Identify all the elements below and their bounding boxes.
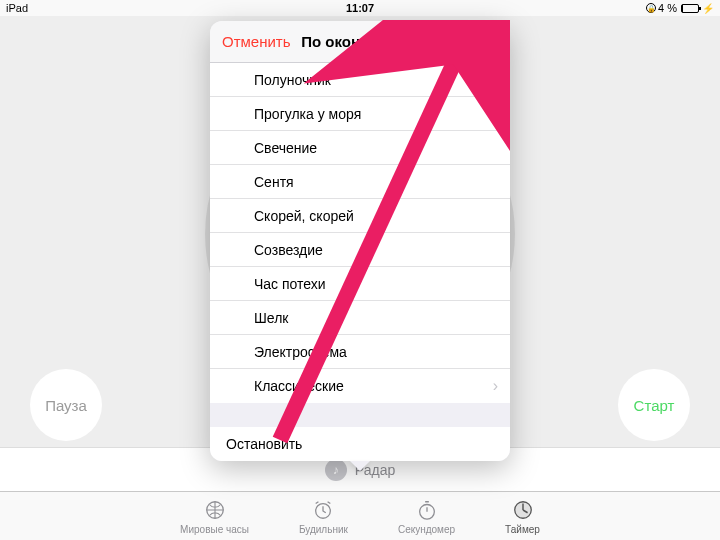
status-right: 🔒 4 % ⚡ [478, 2, 714, 14]
list-item[interactable]: Скорей, скорей [210, 199, 510, 233]
start-label: Старт [634, 397, 675, 414]
tab-timer-label: Таймер [505, 524, 540, 535]
tab-stopwatch[interactable]: Секундомер [398, 498, 455, 535]
charging-icon: ⚡ [702, 3, 714, 14]
tab-world-label: Мировые часы [180, 524, 249, 535]
stop-playback-item[interactable]: Остановить [210, 427, 510, 461]
list-item[interactable]: Свечение [210, 131, 510, 165]
status-bar: iPad 11:07 🔒 4 % ⚡ [0, 0, 720, 16]
globe-icon [203, 498, 227, 522]
start-button[interactable]: Старт [618, 369, 690, 441]
chevron-right-icon: › [493, 377, 498, 395]
list-item[interactable]: Электросхема [210, 335, 510, 369]
pause-label: Пауза [45, 397, 87, 414]
cancel-button[interactable]: Отменить [222, 33, 291, 50]
battery-text: 4 % [658, 2, 677, 14]
orientation-lock-icon: 🔒 [646, 3, 656, 13]
music-note-icon: ♪ [325, 459, 347, 481]
pause-button[interactable]: Пауза [30, 369, 102, 441]
timer-icon [511, 498, 535, 522]
list-item[interactable]: Прогулка у моря [210, 97, 510, 131]
alarm-icon [311, 498, 335, 522]
popover-title: По окончании [301, 33, 404, 50]
tab-bar: Мировые часы Будильник Секундомер Таймер [0, 491, 720, 540]
popover-arrow-icon [350, 461, 370, 471]
list-item[interactable]: Полуночник [210, 63, 510, 97]
list-separator [210, 403, 510, 427]
ringtone-popover: Отменить По окончании Выставить Полуночн… [210, 21, 510, 461]
set-button[interactable]: Выставить [415, 33, 498, 50]
stopwatch-icon [415, 498, 439, 522]
tab-stopwatch-label: Секундомер [398, 524, 455, 535]
tab-alarm[interactable]: Будильник [299, 498, 348, 535]
list-item[interactable]: Созвездие [210, 233, 510, 267]
svg-point-2 [419, 504, 434, 519]
popover-header: Отменить По окончании Выставить [210, 21, 510, 63]
status-time: 11:07 [242, 2, 478, 14]
battery-icon [681, 4, 699, 13]
ringtone-list[interactable]: Полуночник Прогулка у моря Свечение Сент… [210, 63, 510, 403]
list-item[interactable]: Шелк [210, 301, 510, 335]
list-item[interactable]: Час потехи [210, 267, 510, 301]
tab-world-clock[interactable]: Мировые часы [180, 498, 249, 535]
status-device: iPad [6, 2, 242, 14]
list-item[interactable]: Сентя [210, 165, 510, 199]
tab-alarm-label: Будильник [299, 524, 348, 535]
tab-timer[interactable]: Таймер [505, 498, 540, 535]
list-item-classic[interactable]: Классические › [210, 369, 510, 403]
